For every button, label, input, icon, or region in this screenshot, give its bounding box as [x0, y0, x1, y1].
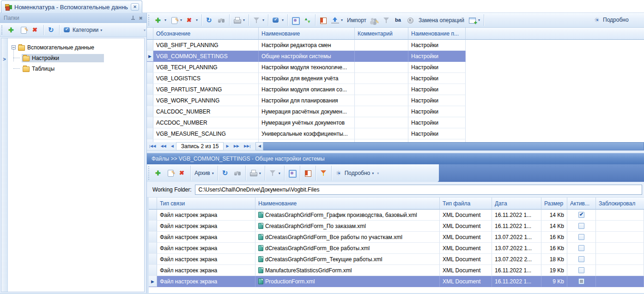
application-window: Номенклатура - Вспомогательные данные ✕ … — [0, 0, 644, 294]
archive-button[interactable]: Архив▾ — [193, 169, 215, 177]
search-button[interactable] — [216, 16, 227, 25]
properties-button[interactable] — [287, 168, 298, 178]
table-row[interactable]: VGB_SHIFT_PLANNINGНастройки редактора см… — [147, 40, 644, 51]
details-button[interactable]: Подробно — [592, 15, 630, 24]
toolbar-grip[interactable] — [1, 25, 5, 35]
details-button[interactable]: Подробно▾ — [334, 168, 376, 178]
active-checkbox[interactable] — [578, 256, 584, 262]
add-file-button[interactable] — [153, 168, 164, 178]
column-header-name[interactable]: Наименование — [255, 198, 440, 210]
scrollbar-thumb[interactable] — [263, 142, 644, 150]
tree-item[interactable]: Таблицы — [8, 63, 144, 74]
edit-file-button[interactable] — [165, 168, 176, 178]
toolbar-grip[interactable] — [148, 15, 152, 25]
active-checkbox[interactable] — [578, 278, 584, 284]
delete-folder-button[interactable] — [30, 25, 41, 35]
close-icon[interactable] — [139, 15, 143, 21]
delete-file-button[interactable] — [177, 168, 188, 178]
delete-record-button[interactable]: ▾ — [185, 16, 199, 25]
collapse-icon[interactable] — [12, 45, 16, 49]
tab-nomenclature[interactable]: Номенклатура - Вспомогательные данные ✕ — [1, 0, 142, 13]
lamp-button[interactable] — [405, 16, 416, 25]
horizontal-scrollbar[interactable]: ◀ — [255, 142, 644, 150]
toolbar-overflow-icon[interactable]: ▾ — [377, 171, 379, 175]
column-header-designation[interactable]: Обозначение — [153, 28, 259, 40]
cell-filler — [466, 95, 644, 106]
archive-label: Архив — [194, 170, 210, 176]
table-row[interactable]: Файл настроек экранаManufactureStatistic… — [149, 265, 644, 276]
table-row[interactable]: ACCDOC_NUMBERНумерация учётных документо… — [147, 117, 644, 128]
table-row[interactable]: Файл настроек экранаCreatasGraphGridForm… — [149, 221, 644, 232]
column-header-parent[interactable]: Наименование п... — [408, 28, 466, 40]
table-row[interactable]: Файл настроек экранаdCreatasGraphGridFor… — [149, 232, 644, 243]
add-record-button[interactable]: ▾ — [153, 16, 168, 25]
tab-close-icon[interactable]: ✕ — [131, 3, 139, 11]
rename-button[interactable] — [393, 16, 404, 25]
toolbar-separator — [316, 166, 316, 180]
tree-item[interactable]: Настройки — [8, 53, 144, 63]
active-checkbox[interactable] — [578, 234, 584, 240]
refresh-button[interactable] — [220, 168, 231, 178]
active-checkbox[interactable] — [578, 267, 584, 273]
active-checkbox[interactable] — [578, 245, 584, 251]
table-row[interactable]: ▶Файл настроек экранаProductionForm.xmlX… — [149, 276, 644, 287]
scroll-left-icon[interactable]: ◀ — [255, 142, 263, 150]
print-button[interactable]: ▾ — [232, 16, 246, 25]
properties-button[interactable] — [290, 16, 301, 25]
search-button[interactable] — [232, 168, 243, 178]
filter-colored-button[interactable] — [318, 168, 329, 178]
categories-button[interactable]: Категории ▾ — [62, 25, 103, 35]
table-row[interactable]: ▶VGB_COMMON_SETTINGSОбщие настройки сист… — [147, 51, 644, 62]
next-page-button[interactable]: ▶▶ — [231, 142, 242, 150]
toolbar-overflow-icon[interactable]: ▾ — [144, 28, 146, 32]
column-header-name[interactable]: Наименование — [259, 28, 355, 40]
pin-icon[interactable] — [130, 15, 135, 21]
import-button[interactable]: Импорт — [346, 16, 368, 24]
table-row[interactable]: Файл настроек экранаdCreatasGraphGridFor… — [149, 254, 644, 265]
table-row[interactable]: Файл настроек экранаdCreatasGraphGridFor… — [149, 243, 644, 254]
categories-button[interactable]: ▾ — [271, 16, 285, 25]
working-folder-input[interactable] — [195, 185, 642, 195]
card-view-button[interactable] — [318, 16, 328, 25]
table-row[interactable]: VGB_LOGISTICSНастройки для ведения учёта… — [147, 73, 644, 84]
filter-button[interactable]: ▾ — [251, 16, 266, 25]
export-button[interactable] — [302, 16, 313, 25]
print-button[interactable]: ▾ — [248, 168, 262, 178]
upload-button[interactable]: ▾ — [330, 16, 344, 24]
table-row[interactable]: VGB_MEASURE_SCALINGУниверсальные коэффиц… — [147, 128, 644, 139]
table-row[interactable]: VGB_TECH_PLANNINGНастройки модуля технол… — [147, 62, 644, 73]
active-checkbox[interactable] — [578, 223, 584, 229]
prev-record-button[interactable]: ◀ — [169, 142, 176, 150]
column-header-file-type[interactable]: Тип файла — [440, 198, 492, 210]
refresh-button[interactable] — [46, 25, 57, 35]
toolbar-grip[interactable] — [148, 166, 152, 180]
table-add-button[interactable]: ▾ — [467, 16, 481, 25]
expand-panel-icon[interactable]: > — [1, 54, 7, 64]
table-row[interactable]: VGB_WORK_PLANNINGНастройки для планирова… — [147, 95, 644, 106]
filter-button[interactable]: ▾ — [267, 168, 282, 178]
refresh-button[interactable] — [204, 16, 215, 25]
table-row[interactable]: CALCDOC_NUMBERНумерация расчётных докуме… — [147, 106, 644, 117]
column-header-date[interactable]: Дата — [492, 198, 541, 210]
refresh-icon — [48, 26, 55, 34]
edit-users-button[interactable] — [369, 16, 380, 25]
prev-page-button[interactable]: ◀◀ — [158, 142, 168, 150]
column-header-comment[interactable]: Комментарий — [355, 28, 408, 40]
column-header-size[interactable]: Размер — [541, 198, 567, 210]
edit-folder-button[interactable] — [18, 25, 29, 35]
column-header-link-type[interactable]: Тип связи — [157, 198, 255, 210]
add-folder-button[interactable] — [6, 25, 17, 35]
first-record-button[interactable]: |◀◀ — [147, 142, 158, 150]
filter-secondary-button[interactable] — [381, 16, 392, 25]
card-view-button[interactable] — [303, 168, 313, 178]
last-record-button[interactable]: ▶▶| — [242, 142, 253, 150]
column-header-active[interactable]: Актив... — [567, 198, 596, 210]
table-row[interactable]: Файл настроек экранаCreatasGraphGridForm… — [149, 210, 644, 221]
next-record-button[interactable]: ▶ — [224, 142, 231, 150]
tree-item-root[interactable]: Вспомогательные данные — [8, 42, 144, 53]
table-row[interactable]: VGB_PARTLIST_MAKINGНастройки модуля опис… — [147, 84, 644, 95]
column-header-locked-by[interactable]: Заблокировал — [596, 198, 644, 210]
replace-operations-button[interactable]: Замена операций — [417, 16, 466, 24]
edit-record-button[interactable]: ▾ — [169, 16, 183, 25]
active-checkbox[interactable] — [578, 212, 584, 218]
